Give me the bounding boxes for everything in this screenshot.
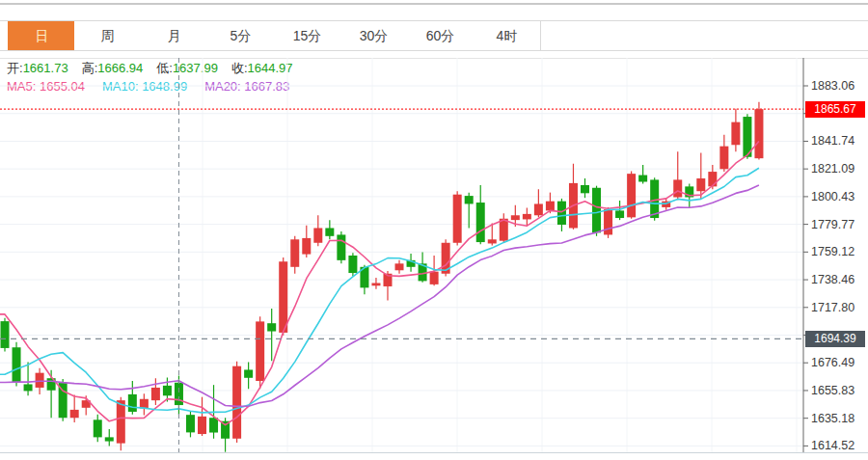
candle-body	[325, 228, 334, 235]
candle-body	[696, 178, 705, 191]
ma10-line	[0, 168, 759, 413]
chart-panel-bottom-border	[0, 452, 868, 453]
candle-body	[754, 109, 763, 158]
trading-chart-page: { "tabs": { "items": [ {"label": "日", "a…	[0, 0, 868, 460]
y-tick-label-3: 1821.09	[811, 162, 854, 176]
candle-body	[708, 172, 717, 186]
y-tick-label-10: 1676.49	[811, 356, 854, 369]
candle-body	[627, 174, 636, 217]
ma20-line	[0, 185, 759, 406]
candle-body	[290, 239, 299, 267]
y-tick-label-2: 1841.74	[811, 134, 854, 148]
candle-body	[105, 437, 114, 441]
crosshair-price-badge: 1694.39	[805, 331, 865, 347]
candle-body	[302, 238, 311, 255]
candle-body	[500, 219, 508, 241]
candle-body	[267, 323, 276, 331]
candle-body	[36, 373, 44, 388]
candle-body	[395, 263, 404, 270]
candle-body	[546, 202, 555, 211]
candle-body	[256, 321, 264, 381]
candle-body	[1, 321, 10, 348]
candlestick-chart[interactable]: 1883.061862.401841.741821.091800.431779.…	[0, 0, 868, 460]
candle-body	[465, 196, 474, 203]
candle-body	[13, 347, 21, 382]
candle-body	[117, 400, 125, 443]
y-tick-label-11: 1655.83	[811, 384, 854, 397]
candle-body	[430, 272, 439, 284]
candle-body	[673, 179, 682, 197]
candle-body	[209, 418, 218, 432]
candle-body	[140, 399, 149, 409]
candle-body	[581, 185, 589, 193]
y-tick-label-4: 1800.43	[811, 190, 854, 203]
candle-body	[638, 176, 647, 182]
candle-body	[232, 366, 241, 439]
candle-body	[94, 419, 102, 437]
candle-body	[348, 256, 357, 273]
candle-body	[731, 122, 740, 146]
candle-body	[604, 209, 612, 234]
candle-body	[511, 215, 520, 220]
candle-body	[476, 203, 485, 242]
candle-body	[592, 188, 601, 233]
candle-body	[534, 203, 543, 215]
candle-body	[523, 214, 531, 220]
candle-body	[557, 202, 566, 225]
candle-body	[337, 234, 345, 259]
candle-body	[279, 261, 287, 333]
candle-body	[198, 417, 206, 434]
candle-body	[244, 369, 253, 377]
candle-body	[488, 239, 497, 243]
candle-body	[313, 228, 322, 242]
candle-body	[186, 415, 195, 432]
candle-body	[128, 394, 137, 412]
y-tick-label-6: 1759.12	[811, 245, 854, 258]
candle-body	[719, 147, 728, 170]
candle-body	[615, 210, 624, 218]
current-price-badge: 1865.67	[805, 101, 865, 118]
candle-body	[151, 388, 160, 400]
y-tick-label-7: 1738.46	[811, 273, 854, 286]
y-tick-label-12: 1635.18	[811, 412, 854, 425]
candle-body	[163, 386, 172, 395]
candle-body	[24, 384, 33, 391]
y-tick-label-0: 1883.06	[811, 79, 854, 93]
y-tick-label-5: 1779.77	[811, 218, 854, 231]
y-tick-label-8: 1717.80	[811, 301, 854, 314]
candle-body	[70, 410, 79, 418]
candle-body	[650, 179, 659, 218]
candle-body	[371, 283, 380, 285]
candle-body	[453, 195, 462, 243]
y-tick-label-13: 1614.52	[811, 439, 854, 452]
